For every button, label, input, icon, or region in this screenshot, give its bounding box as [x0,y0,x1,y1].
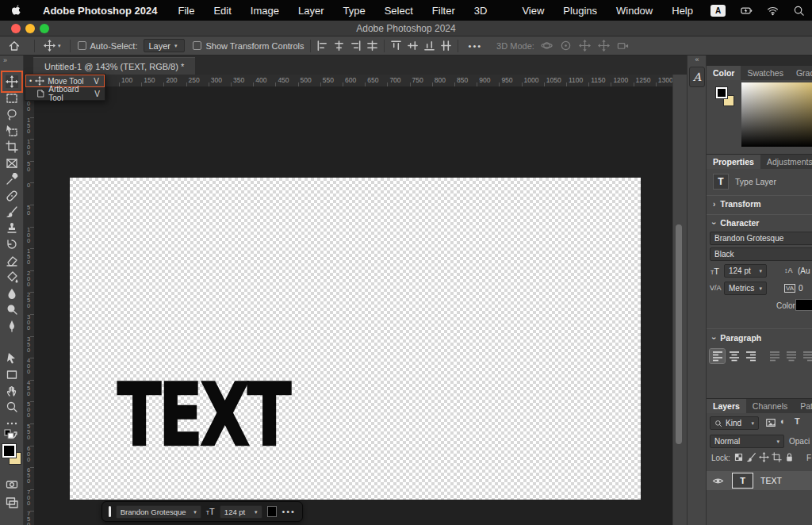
spot-healing-brush-tool[interactable] [6,190,18,202]
brush-tool[interactable] [6,205,18,218]
paragraph-align-right-button[interactable] [743,349,758,363]
path-selection-tool[interactable] [6,352,18,365]
eraser-tool[interactable] [6,255,18,267]
lock-transparent-pixels-icon[interactable] [733,452,744,462]
paragraph-align-center-button[interactable] [726,349,741,363]
text-color-swatch[interactable] [795,299,812,311]
taskbar-more-button[interactable]: ••• [282,507,296,516]
menu-filter[interactable]: Filter [423,0,465,21]
menu-window[interactable]: Window [607,0,662,21]
3d-camera-icon[interactable] [617,40,629,52]
layers-tab-paths[interactable]: Paths [794,399,812,413]
history-brush-tool[interactable] [6,238,18,251]
double-chevron-right-icon[interactable]: » [3,56,6,64]
distribute-horizontal-button[interactable] [366,40,378,52]
paragraph-justify-last-right-button[interactable] [800,349,812,363]
paragraph-justify-last-left-button[interactable] [767,349,782,363]
document-tab[interactable]: Untitled-1 @ 143% (TEXT, RGB/8) * [33,57,195,75]
lock-all-icon[interactable] [784,452,795,462]
align-horizontal-centers-button[interactable] [333,40,345,52]
character-styles-panel-button[interactable]: A [689,67,705,87]
menu-edit[interactable]: Edit [204,0,240,21]
apple-menu[interactable] [0,0,32,21]
character-section-header[interactable]: › Character [713,218,759,228]
layer-visibility-eye-icon[interactable] [712,475,724,487]
frame-tool[interactable] [6,157,18,170]
document-canvas[interactable]: TEXT [70,178,641,500]
align-top-edges-button[interactable] [390,40,402,52]
canvas-area[interactable]: TEXT [35,87,672,525]
properties-tab-adjustments[interactable]: Adjustments [760,155,812,169]
zoom-tool[interactable] [6,400,18,413]
layer-name[interactable]: TEXT [760,476,782,485]
paragraph-justify-last-center-button[interactable] [783,349,799,363]
layer-row[interactable]: T TEXT [707,471,812,490]
menu-3d[interactable]: 3D [465,0,497,21]
type-tool[interactable] [6,335,18,348]
screen-mode-button[interactable] [6,496,18,509]
clone-stamp-tool[interactable] [6,222,18,235]
menu-help[interactable]: Help [662,0,703,21]
app-menu-title[interactable]: Adobe Photoshop 2024 [32,0,168,21]
window-title-bar[interactable]: Adobe Photoshop 2024 [0,21,812,36]
align-vertical-centers-button[interactable] [407,40,419,52]
align-right-edges-button[interactable] [350,40,362,52]
align-bottom-edges-button[interactable] [423,40,435,52]
edit-toolbar[interactable] [6,417,18,430]
blend-mode-dropdown[interactable]: Normal ▾ [710,435,784,448]
move-tool[interactable] [6,75,18,88]
wifi-icon[interactable] [767,5,779,17]
align-left-edges-button[interactable] [316,40,328,52]
menu-file[interactable]: File [168,0,204,21]
eyedropper-tool[interactable] [6,173,18,186]
default-swap-colors-icon[interactable] [4,429,18,442]
paragraph-align-left-button[interactable] [710,349,725,363]
layers-tab-layers[interactable]: Layers [707,399,746,413]
filter-type-layers-icon[interactable]: T [795,416,800,426]
vertical-scrollbar-thumb[interactable] [676,224,682,444]
quick-mask-button[interactable] [6,478,18,491]
properties-tab-properties[interactable]: Properties [707,155,760,169]
menu-select[interactable]: Select [375,0,423,21]
menu-layer[interactable]: Layer [289,0,334,21]
color-tab-color[interactable]: Color [707,66,741,80]
home-button[interactable] [8,40,21,52]
vertical-ruler[interactable]: 2001501005005010015020025030035040045050… [24,87,35,525]
dodge-tool[interactable] [6,303,18,316]
layer-thumbnail[interactable]: T [732,473,753,489]
hand-tool[interactable] [6,385,18,397]
input-source-badge[interactable]: A [710,5,726,17]
crop-tool[interactable] [6,140,18,153]
menu-type[interactable]: Type [334,0,375,21]
3d-slide-icon[interactable] [598,40,610,52]
font-family-field[interactable]: Brandon Grotesque [710,232,812,245]
collapse-panels-icon[interactable]: « [688,56,707,63]
distribute-vertical-button[interactable] [440,40,452,52]
pen-tool[interactable] [6,320,18,332]
blur-tool[interactable] [6,287,18,300]
font-style-field[interactable]: Black [710,247,812,261]
foreground-color-swatch[interactable] [2,444,16,458]
taskbar-font-size-dropdown[interactable]: 124 pt ▾ [220,505,262,519]
menu-image[interactable]: Image [241,0,289,21]
taskbar-font-family-dropdown[interactable]: Brandon Grotesque ▾ [116,505,201,519]
auto-select-checkbox[interactable] [78,41,86,50]
battery-icon[interactable] [741,5,753,17]
color-tab-gradient[interactable]: Gradient [790,66,812,80]
font-size-field[interactable]: 124 pt ▾ [724,264,767,278]
lock-image-pixels-icon[interactable] [746,452,756,462]
lock-position-icon[interactable] [759,452,769,462]
3d-pan-icon[interactable] [579,40,591,52]
lock-artboard-icon[interactable] [772,452,782,462]
object-selection-tool[interactable] [6,125,18,137]
horizontal-ruler[interactable]: 1001502002503003504004505005506006507007… [35,75,672,87]
color-panel-foreground-swatch[interactable] [716,87,727,98]
current-tool-button[interactable]: ▾ [44,40,61,52]
lasso-tool[interactable] [6,108,18,121]
canvas-text-layer[interactable]: TEXT [117,373,289,458]
menu-plugins[interactable]: Plugins [553,0,607,21]
3d-orbit-icon[interactable] [541,40,553,52]
rectangular-marquee-tool[interactable] [6,92,18,105]
rectangle-tool[interactable] [6,368,18,381]
paragraph-section-header[interactable]: › Paragraph [713,333,761,343]
